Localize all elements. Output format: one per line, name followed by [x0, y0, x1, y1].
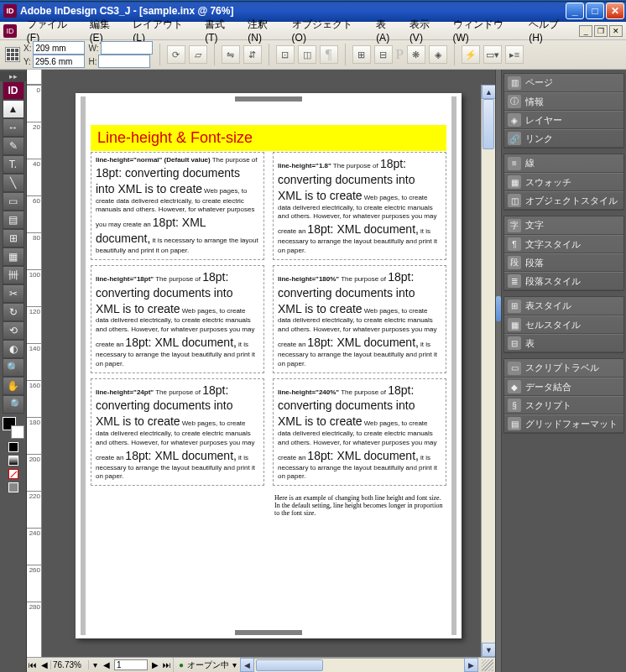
hscroll-thumb[interactable]: [256, 659, 323, 671]
shear-button[interactable]: ▱: [189, 45, 207, 64]
mdi-close-button[interactable]: ✕: [609, 25, 623, 37]
scroll-up-button[interactable]: ▲: [482, 85, 495, 99]
panel-tab[interactable]: ⊞表スタイル: [504, 297, 623, 315]
resize-handle[interactable]: [482, 659, 493, 671]
panel-tab[interactable]: ▦セルスタイル: [504, 315, 623, 334]
panel-tab[interactable]: ▭スクリプトラベル: [504, 359, 623, 378]
menu-window[interactable]: ウィンドウ(W): [448, 16, 524, 45]
panel-tab[interactable]: 🔗リンク: [504, 129, 623, 148]
text-frame[interactable]: line-height="24pt" The purpose of 18pt: …: [91, 378, 264, 487]
page-number-input[interactable]: [114, 659, 148, 670]
panel-tab[interactable]: 段段落: [504, 253, 623, 272]
panel-tab[interactable]: ¶文字スタイル: [504, 235, 623, 253]
text-frame[interactable]: line-height="180%" The purpose of 18pt: …: [273, 265, 446, 373]
rectangle-tool[interactable]: ▤: [3, 211, 24, 229]
rotate-button[interactable]: ⟳: [167, 45, 185, 64]
page-prev-button[interactable]: ◀: [39, 660, 50, 669]
y-input[interactable]: [33, 55, 85, 68]
scroll-right-button[interactable]: ▶: [464, 658, 478, 672]
maximize-button[interactable]: □: [586, 3, 604, 19]
selection-tool[interactable]: ▲: [3, 100, 24, 118]
menu-view[interactable]: 表示(V): [404, 16, 448, 45]
h-input[interactable]: [98, 55, 150, 68]
apply-none-button[interactable]: [8, 469, 18, 479]
panel-tab[interactable]: ⓘ情報: [504, 92, 623, 111]
scroll-down-button[interactable]: ▼: [482, 643, 495, 657]
line-tool[interactable]: ╲: [3, 174, 24, 192]
vscroll-thumb[interactable]: [483, 99, 494, 149]
page-first-button[interactable]: ⏮: [27, 660, 39, 669]
status-menu-button[interactable]: ▾: [232, 660, 237, 669]
select-container-button[interactable]: ◫: [298, 45, 316, 64]
x-input[interactable]: [33, 41, 85, 55]
vertical-scrollbar[interactable]: ▲ ▼: [481, 85, 495, 657]
corner-button[interactable]: ◈: [429, 45, 447, 64]
transform-tool[interactable]: ⟲: [3, 321, 24, 340]
zoom-level[interactable]: 76.73%: [50, 660, 89, 669]
hand-tool[interactable]: ✋: [3, 377, 24, 395]
text-frame[interactable]: line-height="1.8" The purpose of 18pt: c…: [273, 152, 446, 260]
panel-tab[interactable]: ▥ページ: [504, 74, 623, 92]
w-input[interactable]: [101, 41, 153, 55]
panel-tab[interactable]: 字文字: [504, 216, 623, 235]
screen-mode-button[interactable]: ▭▾: [483, 45, 502, 64]
tools-collapse-button[interactable]: ▸▸: [0, 71, 26, 81]
rotate-tool[interactable]: ↻: [3, 303, 24, 321]
textwrap-button[interactable]: ❋: [407, 45, 425, 64]
quick-apply-button[interactable]: ⚡: [462, 45, 480, 64]
type-tool[interactable]: T.: [3, 155, 24, 174]
page-prev2-button[interactable]: ◀: [101, 660, 112, 669]
menu-notes[interactable]: 注釈(N): [243, 16, 286, 45]
panel-tab[interactable]: ◆データ結合: [504, 378, 623, 396]
page-next-button[interactable]: ▶: [149, 660, 161, 669]
close-button[interactable]: ✕: [606, 3, 624, 19]
dock-resize-edge[interactable]: [495, 70, 502, 672]
panel-menu-button[interactable]: ▸≡: [505, 45, 524, 64]
direct-selection-tool[interactable]: ↔: [3, 118, 24, 137]
scissors-tool[interactable]: ✂: [3, 284, 24, 303]
menu-help[interactable]: ヘルプ(H): [524, 16, 577, 45]
panel-tab[interactable]: ≣段落スタイル: [504, 272, 623, 290]
reference-point-picker[interactable]: [5, 47, 20, 62]
grid2-tool[interactable]: ▦: [3, 247, 24, 266]
pen-tool[interactable]: ✎: [3, 137, 24, 155]
apply-color-button[interactable]: [8, 442, 18, 452]
panel-tab[interactable]: ◫オブジェクトスタイル: [504, 191, 623, 210]
panel-tab[interactable]: §スクリプト: [504, 396, 623, 414]
scroll-left-button[interactable]: ◀: [240, 658, 254, 672]
menu-table[interactable]: 表(A): [371, 16, 404, 45]
fit-frame-button[interactable]: ⊟: [374, 45, 393, 64]
measure-tool[interactable]: 卌: [3, 266, 24, 284]
select-content-button[interactable]: ⊡: [276, 45, 295, 64]
panel-tab[interactable]: ▤グリッドフォーマット: [504, 414, 623, 433]
flip-v-button[interactable]: ⇵: [243, 45, 262, 64]
menu-object[interactable]: オブジェクト(O): [287, 16, 372, 45]
horizontal-scrollbar[interactable]: ◀ ▶: [240, 658, 478, 672]
paragraph-style-button[interactable]: ¶: [320, 45, 338, 64]
apply-gradient-button[interactable]: [8, 456, 18, 466]
mdi-restore-button[interactable]: ❐: [594, 25, 608, 37]
grid-tool[interactable]: ⊞: [3, 229, 24, 247]
flip-h-button[interactable]: ⇋: [222, 45, 240, 64]
zoom-tool[interactable]: 🔎: [3, 395, 24, 414]
gradient-tool[interactable]: ◐: [3, 340, 24, 358]
text-frame[interactable]: line-height="240%" The purpose of 18pt: …: [273, 378, 446, 487]
rectangle-frame-tool[interactable]: ▭: [3, 192, 24, 211]
text-frame[interactable]: line-height="normal" (Default value) The…: [91, 152, 264, 260]
view-mode-button[interactable]: [8, 482, 18, 492]
fill-stroke-swatches[interactable]: [3, 417, 24, 439]
ruler-origin[interactable]: [27, 70, 42, 85]
canvas[interactable]: Line-height & Font-size line-height="nor…: [42, 85, 495, 657]
text-frame[interactable]: line-height="18pt" The purpose of 18pt: …: [91, 265, 264, 373]
panel-tab[interactable]: ⊟表: [504, 334, 623, 352]
panel-tab[interactable]: ≡線: [504, 154, 623, 173]
menu-type[interactable]: 書式(T): [200, 16, 243, 45]
vertical-ruler[interactable]: 020406080100120140160180200220240260280: [27, 85, 42, 657]
zoom-dropdown-button[interactable]: ▾: [89, 660, 101, 669]
page-last-button[interactable]: ⏭: [161, 660, 173, 669]
mdi-minimize-button[interactable]: _: [579, 25, 592, 37]
note-tool[interactable]: 🔍: [3, 358, 24, 377]
panel-tab[interactable]: ▦スウォッチ: [504, 173, 623, 191]
fit-content-button[interactable]: ⊞: [352, 45, 371, 64]
panel-tab[interactable]: ◈レイヤー: [504, 111, 623, 129]
